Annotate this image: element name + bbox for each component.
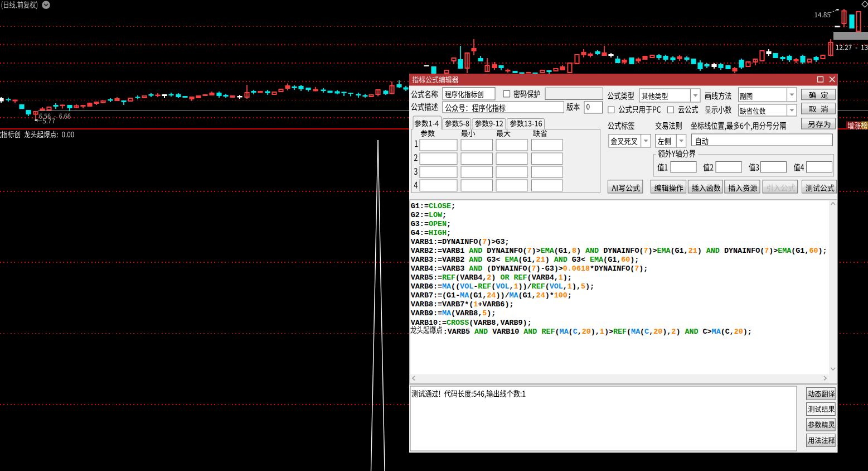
svg-text:VARB10:=CROSS(VARB8,VARB9);: VARB10:=CROSS(VARB8,VARB9); bbox=[411, 319, 532, 327]
svg-text:VARB1:=DYNAINFO(7)>G3;: VARB1:=DYNAINFO(7)>G3; bbox=[411, 238, 510, 246]
svg-text:G3:=OPEN;: G3:=OPEN; bbox=[411, 220, 451, 228]
svg-text:VARB9:=MA(VARB8,5);: VARB9:=MA(VARB8,5); bbox=[411, 309, 496, 318]
svg-text::VARB5 AND VARB10 AND REF(MA(C: :VARB5 AND VARB10 AND REF(MA(C,20),1)>RE… bbox=[443, 328, 752, 336]
svg-text:G4:=HIGH;: G4:=HIGH; bbox=[411, 229, 451, 237]
svg-text:VARB4:=VARB3 AND (DYNAINFO(7)-: VARB4:=VARB3 AND (DYNAINFO(7)-G3)>0.0618… bbox=[411, 265, 648, 273]
svg-text:VARB8:=VARB7*(1+VARB6);: VARB8:=VARB7*(1+VARB6); bbox=[411, 300, 514, 309]
svg-text:VARB5:=REF(VARB4,2) OR REF(VAR: VARB5:=REF(VARB4,2) OR REF(VARB4,1); bbox=[411, 273, 572, 282]
svg-text:VARB2:=VARB1 AND DYNAINFO(7)>E: VARB2:=VARB1 AND DYNAINFO(7)>EMA(G1,8) A… bbox=[411, 247, 827, 255]
svg-text:VARB3:=VARB2 AND G3< EMA(G1,21: VARB3:=VARB2 AND G3< EMA(G1,21) AND G3< … bbox=[411, 256, 639, 264]
svg-text:G1:=CLOSE;: G1:=CLOSE; bbox=[411, 202, 455, 210]
svg-text:G2:=LOW;: G2:=LOW; bbox=[411, 211, 447, 219]
svg-text:VARB6:=MA((VOL-REF(VOL,1))/REF: VARB6:=MA((VOL-REF(VOL,1))/REF(VOL,1),5)… bbox=[411, 282, 594, 291]
svg-text:VARB7:=(G1-MA(G1,24))/MA(G1,24: VARB7:=(G1-MA(G1,24))/MA(G1,24)*100; bbox=[411, 291, 572, 300]
